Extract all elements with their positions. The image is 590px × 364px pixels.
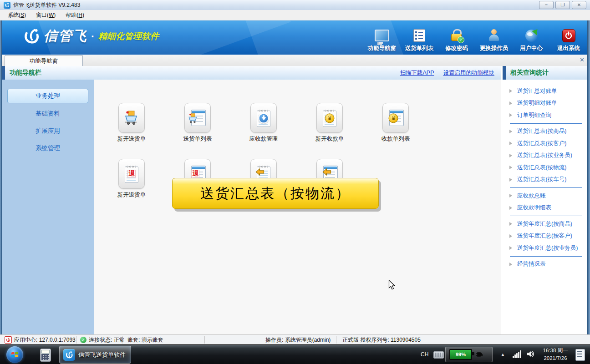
query-item[interactable]: 送货年度汇总(按客户) — [503, 230, 587, 243]
query-item[interactable]: 送货年度汇总(按商品) — [503, 218, 587, 230]
configure-modules-link[interactable]: 设置启用的功能模块 — [443, 69, 495, 77]
app-logo-icon — [4, 2, 10, 9]
header-toolbar: 功能导航窗 送货单列表 ✓ 修改密码 更换操作员 用户中心 退出系统 — [363, 22, 587, 53]
triangle-bullet-icon — [509, 178, 512, 182]
battery-widget[interactable]: 99% — [445, 347, 493, 362]
calculator-taskbar-icon[interactable] — [40, 349, 51, 362]
menu-window[interactable]: 窗口(W) — [31, 10, 61, 20]
minimize-button[interactable]: – — [539, 1, 554, 9]
taskbar-clock[interactable]: 16:38 周一 2021/7/26 — [539, 347, 572, 362]
globe-icon — [525, 30, 538, 42]
window-border — [0, 20, 2, 344]
window-title: 信管飞送货单软件 V9.2.483 — [13, 1, 80, 9]
brand-logo: 信管飞 · 精细化管理软件 — [23, 27, 159, 46]
query-item[interactable]: 送货汇总表(按商品) — [503, 126, 587, 138]
sidebar-item-business[interactable]: 业务处理 — [7, 89, 88, 103]
status-bar: 应用中心: 127.0.0.1:7093 ✓ 连接状态: 正常 账套: 演示账套… — [0, 334, 590, 345]
query-item[interactable]: 送货年度汇总(按业务员) — [503, 242, 587, 254]
menu-system[interactable]: 系统(S) — [3, 10, 31, 20]
divider — [510, 216, 582, 216]
sidebar-item-extended-apps[interactable]: 扩展应用 — [8, 124, 88, 138]
receipt-new-icon: ¥ — [316, 103, 343, 133]
divider — [76, 336, 76, 344]
mouse-cursor — [388, 280, 396, 293]
triangle-bullet-icon — [509, 246, 512, 250]
toolbar-delivery-list-button[interactable]: 送货单列表 — [401, 22, 438, 53]
scan-download-app-link[interactable]: 扫描下载APP — [400, 69, 434, 77]
menu-help[interactable]: 帮助(H) — [61, 10, 89, 20]
brand-separator: · — [91, 30, 95, 43]
yuan-coin-icon: ¥ — [389, 113, 398, 123]
plug-icon — [476, 351, 483, 358]
nav-section-title: 功能导航栏 — [10, 69, 41, 77]
shortcut-new-delivery-note[interactable]: 新开送货单 — [102, 103, 161, 143]
query-item[interactable]: 应收款总账 — [503, 190, 587, 202]
tab-strip: 功能导航窗 ✕ — [0, 55, 590, 66]
shortcut-receivables-mgmt[interactable]: 应收款管理 — [234, 103, 293, 143]
close-button[interactable]: ✕ — [572, 1, 586, 9]
title-bar: 信管飞送货单软件 V9.2.483 – ❐ ✕ — [0, 0, 590, 10]
sidebar-item-basic-data[interactable]: 基础资料 — [8, 107, 88, 121]
nav-section-header: 功能导航栏 扫描下载APP 设置启用的功能模块 — [2, 66, 501, 80]
triangle-bullet-icon — [509, 89, 512, 93]
triangle-bullet-icon — [509, 194, 512, 197]
toolbar-switch-operator-button[interactable]: 更换操作员 — [475, 22, 513, 53]
query-item[interactable]: 送货明细对账单 — [503, 97, 587, 110]
triangle-bullet-icon — [509, 166, 512, 169]
connection-ok-icon: ✓ — [80, 337, 86, 343]
app-center-icon — [5, 336, 12, 344]
start-button[interactable] — [6, 346, 23, 363]
license-status: 正式版 授权序列号: 1130904505 — [342, 335, 421, 345]
window-border — [587, 20, 590, 344]
shortcut-receipt-list[interactable]: ¥ 收款单列表 — [366, 103, 425, 143]
cart-list-icon — [184, 103, 211, 133]
shortcut-new-receipt[interactable]: ¥ 新开收款单 — [300, 103, 359, 143]
query-item[interactable]: 送货汇总表(按业务员) — [503, 150, 587, 162]
toolbar-exit-button[interactable]: 退出系统 — [550, 22, 587, 53]
monitor-icon — [375, 30, 389, 41]
content-area: 功能导航栏 扫描下载APP 设置启用的功能模块 相关查询统计 业务处理 基础资料… — [0, 66, 590, 334]
journal-tray-icon[interactable] — [575, 349, 585, 361]
toolbar-change-password-button[interactable]: ✓ 修改密码 — [438, 22, 475, 53]
triangle-bullet-icon — [509, 113, 512, 117]
clock-date: 2021/7/26 — [539, 354, 572, 362]
tab-close-icon[interactable]: ✕ — [580, 56, 585, 63]
cart-new-icon — [118, 103, 145, 133]
related-query-panel: 送货汇总对账单 送货明细对账单 订单明细查询 送货汇总表(按商品) 送货汇总表(… — [503, 80, 587, 334]
windows-flag-icon — [10, 350, 19, 359]
taskbar-app-button[interactable]: 信管飞送货单软件 — [59, 346, 131, 364]
query-item[interactable]: 送货汇总表(按车号) — [503, 174, 587, 186]
query-item[interactable]: 应收款明细表 — [503, 202, 587, 214]
triangle-bullet-icon — [509, 142, 512, 145]
toolbar-nav-window-button[interactable]: 功能导航窗 — [363, 22, 401, 53]
toolbar-user-center-button[interactable]: 用户中心 — [513, 22, 550, 53]
shortcut-new-return-note[interactable]: 退 新开退货单 — [102, 159, 161, 199]
show-hidden-icons[interactable]: ▲ — [501, 352, 505, 357]
query-item[interactable]: 订单明细查询 — [503, 109, 587, 121]
sidebar-item-system-mgmt[interactable]: 系统管理 — [8, 142, 88, 155]
keyboard-icon[interactable] — [433, 351, 444, 359]
related-query-title: 相关查询统计 — [510, 69, 549, 77]
battery-icon: 99% — [449, 349, 472, 360]
left-arrow-icon — [322, 168, 331, 177]
receivable-icon — [250, 103, 277, 133]
restore-button[interactable]: ❐ — [555, 1, 570, 9]
divider — [336, 336, 336, 344]
return-glyph-icon: 退 — [127, 170, 136, 177]
shortcut-delivery-note-list[interactable]: 送货单列表 — [168, 103, 227, 143]
header-banner: 信管飞 · 精细化管理软件 功能导航窗 送货单列表 ✓ 修改密码 更换操作员 用… — [0, 20, 590, 55]
return-new-icon: 退 — [118, 159, 145, 189]
menu-bar: 系统(S) 窗口(W) 帮助(H) — [0, 10, 590, 20]
app-logo-icon — [63, 349, 75, 361]
query-item[interactable]: 经营情况表 — [503, 258, 587, 271]
main-icon-area: 新开送货单 送货单列表 应收款管理 ¥ 新 — [94, 80, 501, 334]
query-item[interactable]: 送货汇总表(按物流) — [503, 162, 587, 174]
triangle-bullet-icon — [509, 154, 512, 157]
triangle-bullet-icon — [509, 206, 512, 210]
language-indicator[interactable]: CH — [421, 351, 428, 358]
speaker-icon[interactable] — [526, 350, 534, 360]
query-item[interactable]: 送货汇总对账单 — [503, 85, 587, 97]
query-item[interactable]: 送货汇总表(按客户) — [503, 137, 587, 150]
tab-nav-window[interactable]: 功能导航窗 — [5, 55, 83, 66]
network-signal-icon[interactable] — [513, 350, 523, 358]
